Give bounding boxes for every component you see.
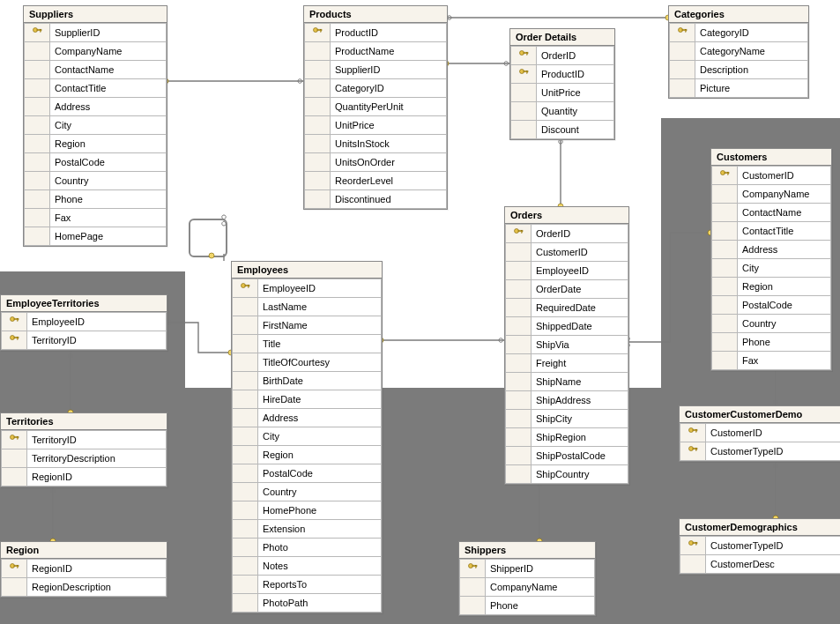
- column-row: Address: [25, 98, 167, 116]
- entity-title[interactable]: EmployeeTerritories: [1, 295, 167, 312]
- pk-cell: [712, 204, 738, 222]
- pk-cell: [506, 465, 532, 484]
- entity-title[interactable]: CustomerCustomerDemo: [680, 406, 840, 423]
- columns-table: RegionIDRegionDescription: [1, 559, 167, 597]
- column-row: ReportsTo: [233, 576, 382, 594]
- pk-cell: [305, 172, 331, 190]
- entity-customers[interactable]: CustomersCustomerIDCompanyNameContactNam…: [710, 148, 832, 371]
- column-name: Region: [50, 135, 167, 153]
- pk-cell: [506, 410, 532, 428]
- pk-cell: [305, 24, 331, 42]
- entity-title[interactable]: Employees: [232, 262, 382, 279]
- entity-title[interactable]: Region: [1, 542, 167, 559]
- column-name: RegionID: [27, 560, 167, 578]
- column-row: Quantity: [511, 102, 614, 121]
- relationship-line: [166, 323, 231, 353]
- pk-cell: [506, 447, 532, 465]
- primary-key-icon: [10, 563, 19, 572]
- pk-cell: [712, 222, 738, 241]
- pk-cell: [305, 190, 331, 209]
- column-name: Fax: [50, 209, 167, 227]
- entity-employeeterritories[interactable]: EmployeeTerritoriesEmployeeIDTerritoryID: [0, 294, 167, 351]
- pk-cell: [511, 65, 537, 84]
- pk-cell: [25, 172, 50, 190]
- column-name: Phone: [50, 190, 167, 209]
- entity-title[interactable]: CustomerDemographics: [680, 519, 840, 536]
- column-name: ReorderLevel: [331, 172, 447, 190]
- entity-region[interactable]: RegionRegionIDRegionDescription: [0, 541, 167, 598]
- primary-key-icon: [688, 446, 697, 455]
- column-name: ContactTitle: [50, 79, 167, 98]
- column-name: CategoryName: [695, 42, 808, 61]
- column-row: RequiredDate: [506, 299, 628, 317]
- pk-cell: [233, 539, 258, 557]
- pk-cell: [670, 42, 695, 61]
- entity-suppliers[interactable]: SuppliersSupplierIDCompanyNameContactNam…: [23, 5, 167, 247]
- column-name: Fax: [738, 352, 831, 370]
- pk-cell: [305, 116, 331, 135]
- primary-key-icon: [688, 540, 697, 549]
- column-name: CustomerID: [738, 167, 831, 185]
- column-row: ContactName: [25, 61, 167, 79]
- column-row: ProductID: [305, 24, 447, 42]
- entity-title[interactable]: Shippers: [459, 542, 595, 559]
- columns-table: SupplierIDCompanyNameContactNameContactT…: [24, 23, 167, 246]
- column-row: CompanyName: [25, 42, 167, 61]
- column-name: City: [50, 116, 167, 135]
- column-row: Country: [25, 172, 167, 190]
- column-name: EmployeeID: [532, 262, 628, 280]
- pk-cell: [2, 468, 27, 487]
- entity-title[interactable]: Order Details: [510, 29, 614, 46]
- entity-categories[interactable]: CategoriesCategoryIDCategoryNameDescript…: [668, 5, 809, 99]
- column-name: EmployeeID: [258, 279, 382, 298]
- column-name: CompanyName: [50, 42, 167, 61]
- column-row: FirstName: [233, 316, 382, 335]
- entity-employees[interactable]: EmployeesEmployeeIDLastNameFirstNameTitl…: [231, 261, 383, 613]
- pk-cell: [25, 61, 50, 79]
- column-row: PostalCode: [712, 296, 831, 315]
- column-row: Phone: [460, 597, 595, 615]
- entity-order-details[interactable]: Order DetailsOrderIDProductIDUnitPriceQu…: [509, 28, 615, 140]
- entity-products[interactable]: ProductsProductIDProductNameSupplierIDCa…: [303, 5, 448, 210]
- column-name: ShipCountry: [532, 465, 628, 484]
- entity-title[interactable]: Products: [304, 6, 447, 23]
- column-name: HomePage: [50, 227, 167, 246]
- column-name: UnitPrice: [331, 116, 447, 135]
- columns-table: OrderIDCustomerIDEmployeeIDOrderDateRequ…: [505, 224, 628, 484]
- pk-cell: [305, 42, 331, 61]
- columns-table: ProductIDProductNameSupplierIDCategoryID…: [304, 23, 447, 209]
- entity-title[interactable]: Territories: [1, 413, 167, 430]
- column-row: OrderID: [506, 225, 628, 243]
- entity-title[interactable]: Customers: [711, 149, 831, 166]
- primary-key-icon: [514, 228, 523, 237]
- column-row: ReorderLevel: [305, 172, 447, 190]
- column-row: ProductName: [305, 42, 447, 61]
- column-row: RegionDescription: [2, 578, 167, 597]
- entity-customerdemographics[interactable]: CustomerDemographicsCustomerTypeIDCustom…: [679, 518, 840, 575]
- column-row: Notes: [233, 557, 382, 576]
- column-row: HireDate: [233, 390, 382, 409]
- column-name: CustomerDesc: [706, 555, 841, 574]
- column-name: Address: [738, 241, 831, 259]
- pk-cell: [233, 372, 258, 390]
- pk-cell: [712, 278, 738, 296]
- pk-cell: [670, 61, 695, 79]
- column-row: Description: [670, 61, 808, 79]
- entity-shippers[interactable]: ShippersShipperIDCompanyNamePhone: [458, 541, 596, 616]
- pk-cell: [506, 225, 532, 243]
- entity-title[interactable]: Orders: [505, 207, 628, 224]
- column-name: ContactName: [50, 61, 167, 79]
- pk-cell: [233, 335, 258, 353]
- pk-cell: [680, 537, 706, 555]
- column-row: City: [233, 427, 382, 446]
- column-row: TerritoryID: [2, 431, 167, 449]
- entity-territories[interactable]: TerritoriesTerritoryIDTerritoryDescripti…: [0, 412, 167, 487]
- pk-cell: [511, 84, 537, 102]
- entity-customercustomerdemo[interactable]: CustomerCustomerDemoCustomerIDCustomerTy…: [679, 405, 840, 462]
- column-row: Title: [233, 335, 382, 353]
- entity-title[interactable]: Suppliers: [24, 6, 167, 23]
- entity-title[interactable]: Categories: [669, 6, 808, 23]
- pk-cell: [680, 442, 706, 461]
- entity-orders[interactable]: OrdersOrderIDCustomerIDEmployeeIDOrderDa…: [504, 206, 629, 485]
- pk-cell: [2, 449, 27, 468]
